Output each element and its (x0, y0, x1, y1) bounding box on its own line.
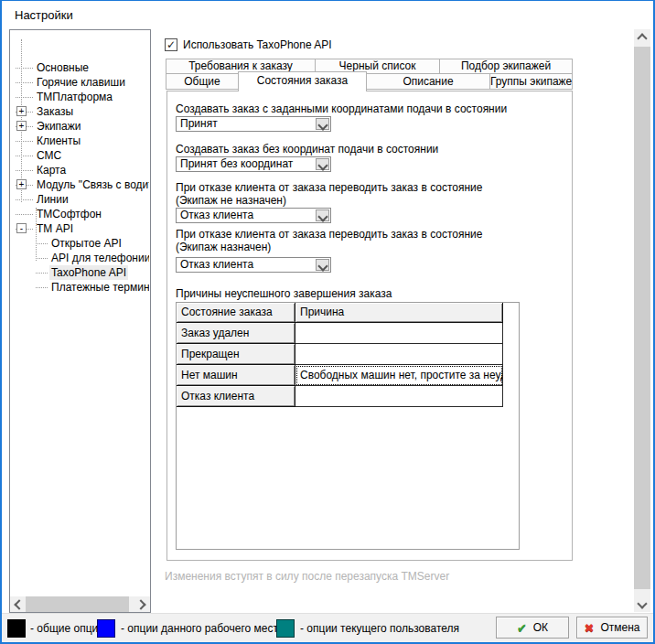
tree-item-tmsoftfon[interactable]: ТМСофтфон (10, 207, 149, 221)
grid-row-reason-focused[interactable]: Свободных машин нет, простите за неудобс (295, 365, 503, 386)
grid-row-reason[interactable] (295, 386, 503, 407)
main-vertical-scrollbar[interactable] (634, 29, 650, 612)
grid-title: Причины неуспешного завершения заказа (176, 287, 392, 300)
settings-tree: Основные Горячие клавиши ТМПлатформа +За… (10, 30, 150, 596)
footer-bar: - общие опции - опции данного рабочего м… (2, 613, 653, 642)
restart-note: Изменения вступят в силу после перезапус… (165, 570, 449, 583)
settings-window: Настройки Основные Горячие клавиши ТМПла… (0, 0, 655, 644)
chevron-down-icon (637, 598, 647, 608)
legend-general-swatch (7, 619, 26, 638)
grid-row-reason[interactable] (295, 323, 503, 344)
expand-plus-icon[interactable]: + (16, 121, 27, 131)
tree-item-klienty[interactable]: Клиенты (10, 134, 149, 148)
expand-minus-icon[interactable]: - (16, 223, 27, 233)
grid-row-state[interactable]: Нет машин (177, 365, 295, 386)
combo-dropdown-button[interactable] (316, 259, 329, 271)
order-state-with-coords-select[interactable]: Принят (176, 116, 331, 132)
expand-plus-icon[interactable]: + (16, 106, 27, 116)
combo-dropdown-button[interactable] (316, 209, 329, 221)
field-label: При отказе клиента от заказа переводить … (176, 181, 482, 194)
scroll-left-button[interactable] (10, 596, 26, 612)
tab-podbor-ekipazhey[interactable]: Подбор экипажей (439, 59, 573, 74)
cancel-button[interactable]: ✖Отмена (576, 617, 648, 639)
ok-button[interactable]: ✔ОК (496, 617, 569, 639)
tree-item-karta[interactable]: Карта (10, 163, 149, 177)
field-label-line2: (Экипаж назначен) (176, 241, 271, 253)
grid-row-reason[interactable] (295, 344, 503, 365)
tree-item-tm-api[interactable]: -ТМ API (10, 221, 149, 236)
window-title: Настройки (15, 8, 73, 22)
titlebar: Настройки (2, 1, 653, 28)
legend-workplace-label: - опции данного рабочего места (121, 622, 284, 635)
grid-header-reason: Причина (295, 303, 503, 323)
scrollbar-thumb[interactable] (634, 47, 650, 589)
tree-item-tmplatforma[interactable]: ТМПлатформа (10, 90, 149, 104)
legend-general-label: - общие опции (30, 622, 104, 635)
grid-row-state[interactable]: Прекращен (177, 344, 295, 365)
combo-dropdown-button[interactable] (316, 118, 329, 130)
chevron-right-icon (135, 599, 145, 609)
scroll-up-button[interactable] (634, 29, 650, 45)
chevron-down-icon (317, 120, 328, 130)
tree-item-ekipazhi[interactable]: +Экипажи (10, 119, 149, 134)
field-label: Создавать заказ с заданными координатами… (176, 102, 507, 115)
tree-horizontal-scrollbar[interactable] (10, 596, 150, 612)
chevron-down-icon (317, 160, 328, 170)
legend-user-label: - опции текущего пользователя (300, 622, 459, 635)
tree-item-goryachie-klavishi[interactable]: Горячие клавиши (10, 75, 149, 90)
tab-obshchie[interactable]: Общие (166, 73, 239, 90)
tree-item-taxophone-api[interactable]: TaxoPhone API (10, 265, 149, 280)
grid-row-state[interactable]: Отказ клиента (177, 386, 295, 407)
tree-item-linii[interactable]: Линии (10, 192, 149, 207)
chevron-left-icon (14, 599, 24, 609)
tree-item-osnovnye[interactable]: Основные (10, 60, 149, 75)
tree-item-modul-svyaz[interactable]: +Модуль "Связь с водителем" (10, 177, 149, 192)
field-label-line2: (Экипаж не назначен) (176, 194, 286, 207)
scroll-down-button[interactable] (634, 596, 650, 612)
expand-plus-icon[interactable]: + (16, 179, 27, 189)
checkbox-label: Использовать TaxoPhone API (183, 38, 332, 52)
tree-item-sms[interactable]: СМС (10, 148, 149, 163)
check-icon: ✔ (517, 621, 527, 635)
tree-item-platezhnye-terminaly[interactable]: Платежные терминалы (10, 280, 149, 295)
settings-tree-panel: Основные Горячие клавиши ТМПлатформа +За… (9, 29, 151, 613)
legend-user-swatch (276, 619, 295, 638)
tree-item-otkrytoe-api[interactable]: Открытое API (10, 236, 149, 251)
client-refusal-unassigned-select[interactable]: Отказ клиента (176, 208, 331, 223)
chevron-down-icon (317, 261, 328, 271)
tree-item-api-telefonii[interactable]: API для телефонии (10, 251, 149, 265)
failure-reasons-grid: Состояние заказа Причина Заказ удален Пр… (176, 302, 520, 550)
order-state-no-coords-select[interactable]: Принят без координат (176, 156, 331, 172)
scrollbar-thumb[interactable] (26, 596, 129, 612)
combo-dropdown-button[interactable] (316, 158, 329, 170)
chevron-up-icon (637, 33, 647, 43)
chevron-down-icon (317, 211, 328, 221)
tab-opisanie[interactable]: Описание (366, 73, 490, 90)
grid-row-state[interactable]: Заказ удален (177, 323, 295, 344)
tab-gruppy-ekipazhey[interactable]: Группы экипажей (489, 73, 573, 90)
x-icon: ✖ (585, 621, 595, 635)
legend-workplace-swatch (97, 619, 115, 638)
tree-item-zakazy[interactable]: +Заказы (10, 104, 149, 119)
field-label: Создавать заказ без координат подачи в с… (176, 143, 438, 156)
field-label: При отказе клиента от заказа переводить … (176, 228, 482, 241)
checkbox-checked-icon[interactable]: ✓ (165, 38, 177, 51)
grid-header-state: Состояние заказа (177, 303, 295, 323)
client-refusal-assigned-select[interactable]: Отказ клиента (176, 257, 331, 273)
scroll-right-button[interactable] (134, 596, 150, 612)
tab-sostoyaniya-zakaza[interactable]: Состояния заказа (238, 71, 367, 91)
